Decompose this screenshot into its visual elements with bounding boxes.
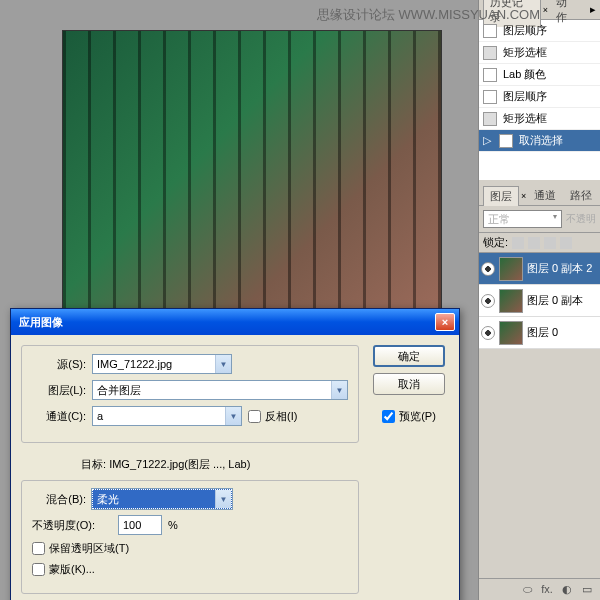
history-icon [483,68,497,82]
layer-row[interactable]: 图层 0 副本 [479,285,600,317]
lock-row: 锁定: [479,233,600,253]
mask-input[interactable] [32,563,45,576]
blend-mode-select[interactable]: 正常▾ [483,210,562,228]
history-item-selected[interactable]: ▷取消选择 [479,130,600,152]
link-icon[interactable]: ⬭ [520,583,534,597]
history-icon [483,90,497,104]
mask-icon[interactable]: ◐ [560,583,574,597]
layer-label: 图层 0 副本 [527,293,583,308]
layers-panel-tabs: 图层 × 通道 路径 [479,186,600,206]
tab-channels[interactable]: 通道 [528,186,562,205]
lock-position-icon[interactable] [544,237,556,249]
preserve-input[interactable] [32,542,45,555]
blend-fieldset: 混合(B): 柔光▼ 不透明度(O): % 保留透明区域(T) 蒙版(K)... [21,480,359,594]
opacity-input[interactable] [118,515,162,535]
history-icon [499,134,513,148]
layer-label: 图层 0 副本 2 [527,261,592,276]
layers-footer: ⬭ fx. ◐ ▭ [479,578,600,600]
layer-value: 合并图层 [97,383,141,398]
visibility-icon[interactable] [481,262,495,276]
history-label: 矩形选框 [503,111,547,126]
history-item[interactable]: 矩形选框 [479,42,600,64]
source-fieldset: 源(S): IMG_71222.jpg▼ 图层(L): 合并图层▼ 通道(C):… [21,345,359,443]
history-label: Lab 颜色 [503,67,546,82]
opacity-label: 不透明 [566,212,596,226]
history-item[interactable]: 矩形选框 [479,108,600,130]
history-label: 图层顺序 [503,89,547,104]
canvas-image[interactable] [62,30,442,310]
chevron-down-icon: ▼ [225,407,241,425]
target-value: IMG_71222.jpg(图层 ..., Lab) [109,458,250,470]
watermark-text: 思缘设计论坛 WWW.MISSYUAN.COM [317,6,540,24]
dialog-titlebar[interactable]: 应用图像 × [11,309,459,335]
close-button[interactable]: × [435,313,455,331]
tab-close-icon[interactable]: × [543,5,548,15]
visibility-icon[interactable] [481,326,495,340]
layer-options: 正常▾ 不透明 [479,206,600,233]
channel-value: a [97,410,103,422]
layer-list: 图层 0 副本 2 图层 0 副本 图层 0 [479,253,600,349]
lock-transparency-icon[interactable] [512,237,524,249]
history-icon [483,46,497,60]
history-label: 取消选择 [519,133,563,148]
tab-actions[interactable]: 动作 [550,0,584,27]
layer-label: 图层(L): [32,383,86,398]
history-icon [483,112,497,126]
lock-all-icon[interactable] [560,237,572,249]
visibility-icon[interactable] [481,294,495,308]
preserve-checkbox[interactable]: 保留透明区域(T) [32,541,129,556]
target-label: 目标: [81,458,106,470]
tab-layers[interactable]: 图层 [483,186,519,206]
layer-thumb [499,289,523,313]
apply-image-dialog: 应用图像 × 源(S): IMG_71222.jpg▼ 图层(L): 合并图层▼… [10,308,460,600]
history-list: 图层顺序 矩形选框 Lab 颜色 图层顺序 矩形选框 ▷取消选择 [479,20,600,180]
tab-paths[interactable]: 路径 [564,186,598,205]
preserve-label: 保留透明区域(T) [49,541,129,556]
chevron-down-icon: ▼ [331,381,347,399]
channel-select[interactable]: a▼ [92,406,242,426]
tab-close-icon[interactable]: × [521,191,526,201]
blend-mode-select[interactable]: 柔光▼ [92,489,232,509]
channel-label: 通道(C): [32,409,86,424]
preview-label: 预览(P) [399,409,436,424]
layer-select[interactable]: 合并图层▼ [92,380,348,400]
chevron-down-icon: ▼ [215,355,231,373]
fx-icon[interactable]: fx. [540,583,554,597]
source-select[interactable]: IMG_71222.jpg▼ [92,354,232,374]
layer-label: 图层 0 [527,325,558,340]
lock-paint-icon[interactable] [528,237,540,249]
opacity-label: 不透明度(O): [32,518,112,533]
history-label: 矩形选框 [503,45,547,60]
ok-button[interactable]: 确定 [373,345,445,367]
source-value: IMG_71222.jpg [97,358,172,370]
layer-row[interactable]: 图层 0 [479,317,600,349]
history-label: 图层顺序 [503,23,547,38]
source-label: 源(S): [32,357,86,372]
blend-value: 柔光 [97,492,119,507]
layer-thumb [499,321,523,345]
target-row: 目标: IMG_71222.jpg(图层 ..., Lab) [21,453,359,480]
invert-label: 反相(I) [265,409,297,424]
cancel-button[interactable]: 取消 [373,373,445,395]
panel-menu-icon[interactable]: ▸ [586,3,600,16]
dialog-right: 确定 取消 预览(P) [369,345,449,600]
preview-input[interactable] [382,410,395,423]
invert-input[interactable] [248,410,261,423]
history-item[interactable]: 图层顺序 [479,86,600,108]
history-pointer-icon: ▷ [483,134,491,147]
history-item[interactable]: Lab 颜色 [479,64,600,86]
preview-checkbox[interactable]: 预览(P) [382,409,436,424]
chevron-down-icon: ▼ [215,490,231,508]
percent-label: % [168,519,178,531]
invert-checkbox[interactable]: 反相(I) [248,409,297,424]
history-icon [483,24,497,38]
dialog-left: 源(S): IMG_71222.jpg▼ 图层(L): 合并图层▼ 通道(C):… [21,345,359,600]
new-icon[interactable]: ▭ [580,583,594,597]
lock-label: 锁定: [483,235,508,250]
layer-row-selected[interactable]: 图层 0 副本 2 [479,253,600,285]
blend-mode-value: 正常 [488,213,510,225]
mask-checkbox[interactable]: 蒙版(K)... [32,562,95,577]
side-panels: 历史记录 × 动作 ▸ 图层顺序 矩形选框 Lab 颜色 图层顺序 矩形选框 ▷… [478,0,600,600]
dialog-body: 源(S): IMG_71222.jpg▼ 图层(L): 合并图层▼ 通道(C):… [11,335,459,600]
mask-label: 蒙版(K)... [49,562,95,577]
